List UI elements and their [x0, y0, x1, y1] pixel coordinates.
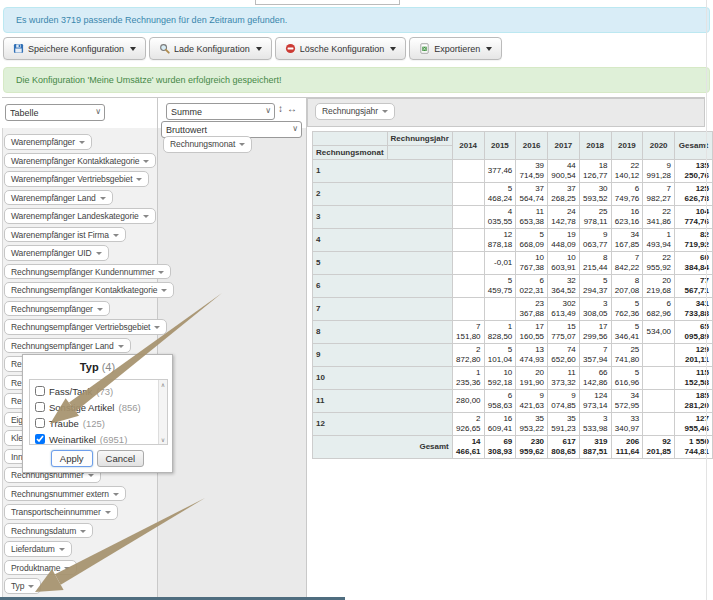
toolbar-button-label: Lade Konfiguration [174, 44, 250, 54]
delete-icon [285, 43, 296, 54]
pivot-row-label: 8 [313, 321, 453, 344]
field-pill-label: Typ [11, 581, 24, 591]
filter-dropdown-icon[interactable] [88, 474, 94, 477]
pivot-value-cell: 33 340,97 [611, 413, 643, 436]
toolbar-button-l-sche-konfiguration[interactable]: Lösche Konfiguration [275, 37, 407, 60]
field-pill-warenempf-nger-ist-firma[interactable]: Warenempfänger ist Firma [4, 227, 126, 243]
filter-dropdown-icon[interactable] [113, 493, 119, 496]
filter-dropdown-icon[interactable] [59, 548, 65, 551]
pivot-row-label: 6 [313, 275, 453, 298]
renderer-select[interactable]: Tabelle [5, 104, 105, 121]
scroll-down-icon[interactable]: ∨ [161, 436, 165, 443]
page-scrollbar[interactable] [706, 0, 707, 600]
pivot-total-cell: 206 111,64 [611, 436, 643, 459]
filter-dropdown-icon[interactable] [382, 110, 388, 113]
field-pill-rechnungsempf-nger-kontaktkategorie[interactable]: Rechnungsempfänger Kontaktkategorie [4, 282, 174, 298]
pivot-value-cell: 6 682,96 [643, 298, 675, 321]
field-pill-label: Lieferdatum [11, 544, 55, 554]
field-pill-produktname[interactable]: Produktname [4, 560, 77, 576]
field-pill-warenempf-nger-kontaktkategorie[interactable]: Warenempfänger Kontaktkategorie [4, 153, 156, 169]
pivot-row-4: 412 878,185 668,0919 448,099 063,7734 16… [313, 229, 713, 252]
filter-dropdown-icon[interactable] [136, 178, 142, 181]
pivot-row-label: 10 [313, 367, 453, 390]
field-pill-rechnungsempf-nger-vertriebsgebiet[interactable]: Rechnungsempfänger Vertriebsgebiet [4, 319, 167, 335]
filter-dropdown-icon[interactable] [105, 511, 111, 514]
filter-checkbox[interactable] [35, 434, 45, 444]
field-pill-label: Warenempfänger Kontaktkategorie [11, 156, 139, 166]
field-pill-warenempf-nger[interactable]: Warenempfänger [4, 134, 92, 150]
pivot-value-cell [484, 298, 516, 321]
field-pill-warenempf-nger-uid[interactable]: Warenempfänger UID [4, 245, 109, 261]
field-pill-label: Re [11, 378, 22, 388]
toolbar-button-speichere-konfiguration[interactable]: Speichere Konfiguration [3, 37, 146, 60]
caret-down-icon [256, 47, 262, 51]
toolbar-button-exportieren[interactable]: Exportieren [409, 37, 502, 60]
filter-dropdown-icon[interactable] [118, 345, 124, 348]
field-pill-warenempf-nger-vertriebsgebiet[interactable]: Warenempfänger Vertriebsgebiet [4, 171, 149, 187]
field-pill-label: Rechnungsempfänger [11, 304, 93, 314]
filter-dropdown-icon[interactable] [154, 326, 160, 329]
filter-dropdown-icon[interactable] [161, 289, 167, 292]
field-pill-rechnungsempf-nger-kundennummer[interactable]: Rechnungsempfänger Kundennummer [4, 264, 171, 280]
pivot-value-cell: 302 613,49 [548, 298, 580, 321]
pivot-value-cell: 5 294,37 [579, 275, 611, 298]
row-order-button[interactable]: ↕ [278, 103, 283, 114]
apply-button[interactable]: Apply [51, 450, 93, 467]
field-pill-label: Re [11, 359, 22, 369]
filter-dropdown-icon[interactable] [96, 252, 102, 255]
field-pill-transportscheinnummer[interactable]: Transportscheinnummer [4, 504, 118, 520]
field-pill-rechnungsnummer-extern[interactable]: Rechnungsnummer extern [4, 486, 126, 502]
scroll-up-icon[interactable]: ∧ [161, 381, 165, 388]
filter-item-label: Weinartikel [49, 434, 96, 445]
filter-dropdown-icon[interactable] [158, 271, 164, 274]
filter-dropdown-icon[interactable] [64, 567, 70, 570]
filter-checkbox[interactable] [35, 402, 45, 412]
caret-down-icon [486, 47, 492, 51]
aggregator-select[interactable]: Summe [166, 103, 275, 120]
field-pill-rechnungsmonat[interactable]: Rechnungsmonat [163, 136, 252, 153]
pivot-table: Rechnungsjahr201420152016201720182019202… [312, 131, 713, 459]
field-pill-rechnungsempf-nger[interactable]: Rechnungsempfänger [4, 301, 110, 317]
filter-checkbox[interactable] [35, 418, 45, 428]
pivot-row-12: 122 926,6516 609,4135 953,2235 591,233 5… [313, 413, 713, 436]
filter-dropdown-icon[interactable] [143, 215, 149, 218]
pivot-value-cell: 22 341,86 [643, 206, 675, 229]
field-pill-rechnungsjahr[interactable]: Rechnungsjahr [315, 103, 395, 120]
pivot-row-label: 1 [313, 160, 453, 183]
filter-list-scrollbar[interactable]: ∧ ∨ [158, 380, 167, 444]
field-pill-warenempf-nger-land[interactable]: Warenempfänger Land [4, 190, 113, 206]
top-partial-element [255, 0, 400, 5]
pivot-value-cell [452, 275, 484, 298]
pivot-col-header-2018: 2018 [579, 132, 611, 160]
pivot-col-header-2019: 2019 [611, 132, 643, 160]
filter-item-fass-tank[interactable]: Fass/Tank(73) [35, 383, 157, 399]
field-pill-warenempf-nger-landeskategorie[interactable]: Warenempfänger Landeskategorie [4, 208, 156, 224]
filter-dropdown-icon[interactable] [113, 234, 119, 237]
pivot-value-cell: 2 926,65 [452, 413, 484, 436]
filter-dropdown-icon[interactable] [80, 530, 86, 533]
filter-dropdown-icon[interactable] [100, 197, 106, 200]
field-pill-typ[interactable]: Typ [4, 578, 41, 594]
field-pill-rechnungsempf-nger-land[interactable]: Rechnungsempfänger Land [4, 338, 131, 354]
cancel-button[interactable]: Cancel [97, 450, 145, 467]
field-pill-label: Rechnungsdatum [11, 526, 76, 536]
filter-item-sonstige-artikel[interactable]: Sonstige Artikel(856) [35, 399, 157, 415]
pivot-value-cell: 24 142,78 [548, 206, 580, 229]
col-order-button[interactable]: ↔ [287, 103, 297, 114]
filter-dropdown-icon[interactable] [143, 160, 149, 163]
pivot-value-cell [643, 367, 675, 390]
filter-checkbox[interactable] [35, 386, 45, 396]
filter-dropdown-icon[interactable] [97, 308, 103, 311]
filter-dropdown-icon[interactable] [79, 141, 85, 144]
field-pill-lieferdatum[interactable]: Lieferdatum [4, 541, 72, 557]
filter-dropdown-icon[interactable] [239, 143, 245, 146]
filter-item-traube[interactable]: Traube(125) [35, 415, 157, 431]
filter-dropdown-icon[interactable] [28, 585, 34, 588]
field-pill-label: Rechnungsjahr [322, 106, 378, 116]
field-pill-label: Warenempfänger [11, 137, 75, 147]
field-pill-rechnungsdatum[interactable]: Rechnungsdatum [4, 523, 93, 539]
filter-item-weinartikel[interactable]: Weinartikel(6951) [35, 431, 157, 445]
toolbar-button-lade-konfiguration[interactable]: Lade Konfiguration [149, 37, 272, 60]
field-pill-label: Warenempfänger Land [11, 193, 96, 203]
pivot-value-cell: 5 762,36 [611, 298, 643, 321]
